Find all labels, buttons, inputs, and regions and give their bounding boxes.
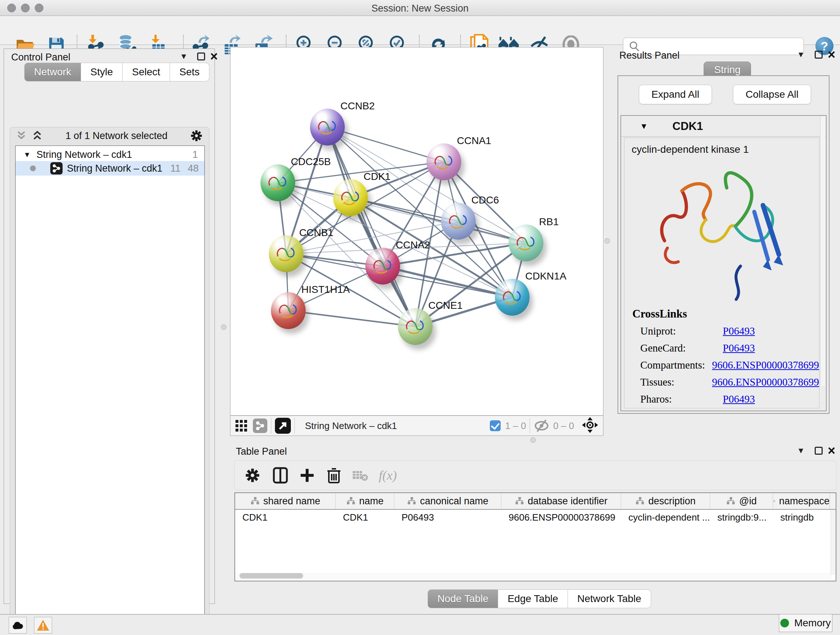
network-node-CCNB1[interactable] [269, 235, 303, 272]
tab-edge-table[interactable]: Edge Table [498, 589, 568, 608]
crosslink-link[interactable]: P06493 [723, 325, 755, 337]
table-cell[interactable]: P06493 [394, 510, 501, 526]
memory-button[interactable]: Memory [779, 614, 832, 632]
control-panel-close-button[interactable]: × [210, 52, 218, 60]
network-node-CDKN1A[interactable] [495, 279, 530, 316]
column-header-database-identifier[interactable]: database identifier [501, 493, 621, 509]
application-window: Session: New Session [0, 0, 840, 635]
control-panel-menu-button[interactable]: ▼ [180, 52, 188, 61]
results-panel-close-button[interactable]: × [828, 51, 835, 59]
crosslink-link[interactable]: P06493 [723, 342, 755, 354]
network-node-CCNE1[interactable] [398, 308, 433, 345]
birds-eye-view-button[interactable] [582, 417, 598, 434]
network-view-icon[interactable] [253, 418, 267, 433]
show-columns-icon[interactable] [272, 467, 288, 484]
tab-style[interactable]: Style [81, 63, 123, 81]
window-title: Session: New Session [0, 3, 840, 14]
crosslink-link[interactable]: P06493 [723, 393, 755, 405]
table-cell[interactable]: 9606.ENSP00000378699 [501, 510, 621, 526]
network-node-CCNB2[interactable] [310, 109, 345, 146]
network-status-dot-icon [30, 165, 36, 171]
cloud-sync-button[interactable] [9, 617, 27, 633]
column-header--id[interactable]: @id [710, 493, 773, 509]
memory-label: Memory [794, 617, 831, 629]
edge-HIST1H1A-CCNE1[interactable] [288, 310, 415, 326]
collapse-all-networks-icon[interactable] [16, 130, 27, 141]
edge-CCNB2-CCNA1[interactable] [327, 127, 444, 162]
column-header-namespace[interactable]: namespace [773, 493, 830, 509]
add-column-icon[interactable] [299, 467, 315, 483]
table-cell[interactable]: cyclin-dependent ... [621, 510, 710, 526]
table-options-gear-icon[interactable] [245, 468, 260, 483]
expand-all-networks-icon[interactable] [32, 130, 43, 141]
table-horizontal-scrollbar[interactable] [236, 573, 831, 579]
tab-network[interactable]: Network [24, 63, 81, 81]
column-header-description[interactable]: description [621, 493, 710, 509]
node-label-RB1: RB1 [539, 216, 559, 228]
node-label-CDC6: CDC6 [471, 195, 499, 206]
expand-all-button[interactable]: Expand All [639, 85, 712, 104]
results-scrollbar[interactable] [820, 117, 825, 386]
network-node-RB1[interactable] [508, 225, 543, 261]
control-panel-float-button[interactable] [197, 52, 205, 60]
gene-disclosure-triangle-icon[interactable]: ▼ [640, 122, 648, 131]
delete-column-icon[interactable] [327, 467, 341, 484]
column-header-shared-name[interactable]: shared name [235, 493, 336, 509]
tab-sets[interactable]: Sets [170, 63, 210, 81]
scrollbar-thumb[interactable] [240, 573, 303, 578]
warnings-button[interactable] [34, 617, 52, 633]
bottom-splitter-handle[interactable] [531, 437, 536, 443]
crosslink-label: Compartments: [640, 359, 712, 371]
disclosure-triangle-icon[interactable]: ▼ [24, 150, 31, 159]
table-cell[interactable]: stringdb [773, 510, 830, 526]
selected-nodes-checkbox-icon[interactable] [490, 420, 501, 431]
crosslink-row: Uniprot:P06493 [624, 323, 819, 340]
column-header-canonical-name[interactable]: canonical name [394, 493, 501, 509]
cloud-icon [11, 621, 24, 630]
network-node-CDC6[interactable] [441, 203, 476, 240]
grid-view-icon[interactable] [235, 419, 248, 432]
table-panel-menu-button[interactable]: ▼ [797, 446, 805, 455]
table-panel-close-button[interactable]: × [828, 447, 835, 455]
crosslink-label: Uniprot: [640, 325, 723, 337]
left-splitter-handle[interactable] [221, 325, 226, 330]
table-vertical-scrollbar[interactable] [831, 510, 836, 575]
network-canvas[interactable]: CCNB2 CCNA1 CDC25B CDK1 CDC6 RB1 CCNB1 C… [230, 47, 603, 416]
tab-select[interactable]: Select [123, 63, 170, 81]
table-cell[interactable]: stringdb:9... [710, 510, 773, 526]
control-panel-title: Control Panel [11, 52, 71, 63]
main-toolbar: ? [0, 16, 840, 45]
warning-triangle-icon [36, 619, 50, 631]
network-row-selected[interactable]: String Network – cdk1 11 48 [16, 161, 204, 176]
network-node-CCNA1[interactable] [426, 143, 461, 180]
table-panel-title: Table Panel [236, 446, 287, 457]
network-options-gear-icon[interactable] [190, 130, 202, 142]
results-panel-menu-button[interactable]: ▼ [797, 50, 805, 59]
column-header-name[interactable]: name [336, 493, 394, 509]
results-panel-float-button[interactable] [815, 51, 823, 59]
tab-network-table[interactable]: Network Table [568, 589, 651, 608]
edge-CDK1-RB1[interactable] [351, 198, 526, 243]
collapse-all-button[interactable]: Collapse All [733, 85, 811, 104]
crosslink-link[interactable]: 9606.ENSP00000378699 [712, 376, 819, 388]
network-tree: ▼ String Network – cdk1 1 String Network… [15, 146, 205, 635]
network-node-CCNA2[interactable] [365, 248, 400, 285]
right-splitter-handle[interactable] [605, 238, 610, 244]
table-panel: Table Panel ▼ × f(x) shared namenamecano… [234, 445, 836, 602]
network-node-HIST1H1A[interactable] [271, 292, 306, 329]
node-label-HIST1H1A: HIST1H1A [302, 284, 350, 295]
table-panel-float-button[interactable] [815, 447, 823, 455]
table-cell[interactable]: CDK1 [235, 510, 336, 526]
status-bar: Memory [0, 614, 840, 635]
crosslink-link[interactable]: 9606.ENSP00000378699 [712, 359, 819, 371]
detach-view-icon[interactable] [275, 418, 291, 434]
tab-node-table[interactable]: Node Table [428, 589, 498, 608]
hidden-counts: 0 – 0 [553, 420, 574, 432]
edge-CCNB2-CCNE1[interactable] [327, 127, 415, 326]
network-collection-row[interactable]: ▼ String Network – cdk1 1 [16, 148, 204, 161]
hidden-eye-slash-icon[interactable] [534, 419, 549, 432]
network-node-CDC25B[interactable] [261, 165, 295, 201]
network-node-CDK1[interactable] [333, 179, 368, 216]
table-cell[interactable]: CDK1 [336, 510, 394, 526]
gene-description: cyclin-dependent kinase 1 [624, 138, 819, 155]
